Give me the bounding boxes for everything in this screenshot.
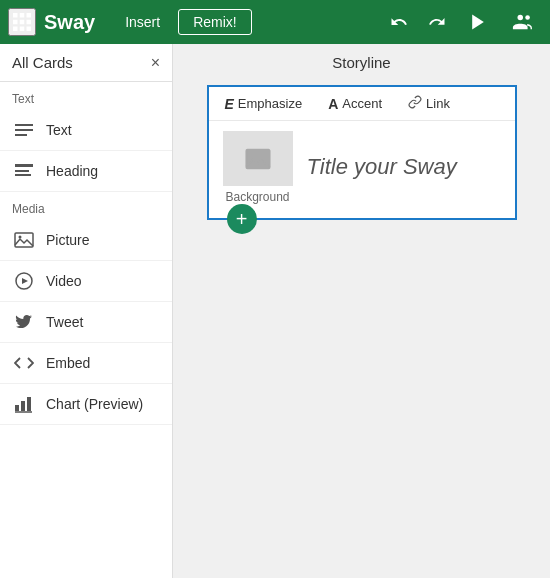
sidebar-header: All Cards × (0, 44, 172, 82)
svg-rect-5 (27, 20, 32, 25)
emphasize-button[interactable]: E Emphasize (221, 94, 307, 114)
sidebar-item-tweet[interactable]: Tweet (0, 302, 172, 343)
accent-button[interactable]: A Accent (324, 94, 386, 114)
sidebar-item-heading[interactable]: Heading (0, 151, 172, 192)
emphasize-e-icon: E (225, 96, 234, 112)
card-background-area: Background (223, 131, 293, 204)
svg-rect-26 (246, 149, 269, 168)
svg-rect-7 (20, 27, 25, 32)
svg-rect-14 (15, 134, 27, 136)
sidebar-item-embed[interactable]: Embed (0, 343, 172, 384)
redo-button[interactable] (422, 9, 452, 35)
sidebar-item-embed-label: Embed (46, 355, 90, 371)
link-label: Link (426, 96, 450, 111)
sidebar-section-media-label: Media (0, 192, 172, 220)
accent-a-icon: A (328, 96, 338, 112)
main-layout: All Cards × Text Text (0, 44, 550, 578)
heading-icon (12, 159, 36, 183)
sidebar-item-tweet-label: Tweet (46, 314, 83, 330)
svg-rect-2 (27, 13, 32, 18)
sidebar-close-button[interactable]: × (151, 55, 160, 71)
svg-rect-22 (15, 405, 19, 411)
tweet-icon (12, 310, 36, 334)
svg-rect-17 (15, 174, 31, 176)
sidebar-item-video[interactable]: Video (0, 261, 172, 302)
svg-rect-1 (20, 13, 25, 18)
top-nav: Sway Insert Remix! (0, 0, 550, 44)
play-button[interactable] (460, 8, 496, 36)
svg-rect-15 (15, 164, 33, 167)
background-label: Background (225, 190, 289, 204)
chart-icon (12, 392, 36, 416)
picture-icon (12, 228, 36, 252)
sidebar-section-text-label: Text (0, 82, 172, 110)
undo-button[interactable] (384, 9, 414, 35)
sidebar-item-chart-label: Chart (Preview) (46, 396, 143, 412)
emphasize-label: Emphasize (238, 96, 302, 111)
link-icon (408, 95, 422, 112)
sidebar-item-text[interactable]: Text (0, 110, 172, 151)
svg-rect-8 (27, 27, 32, 32)
sidebar-item-video-label: Video (46, 273, 82, 289)
grid-icon-button[interactable] (8, 8, 36, 36)
embed-icon (12, 351, 36, 375)
svg-rect-13 (15, 129, 33, 131)
svg-point-27 (252, 154, 256, 158)
svg-rect-3 (13, 20, 18, 25)
sidebar-item-heading-label: Heading (46, 163, 98, 179)
svg-rect-0 (13, 13, 18, 18)
svg-rect-4 (20, 20, 25, 25)
svg-rect-23 (21, 401, 25, 411)
svg-marker-9 (472, 15, 484, 30)
remix-button[interactable]: Remix! (178, 9, 252, 35)
sidebar-item-picture-label: Picture (46, 232, 90, 248)
svg-rect-24 (27, 397, 31, 411)
sidebar-title: All Cards (12, 54, 73, 71)
svg-point-11 (525, 15, 530, 20)
sidebar-item-text-label: Text (46, 122, 72, 138)
app-title: Sway (44, 11, 95, 34)
insert-button[interactable]: Insert (115, 10, 170, 34)
card-body: Background Title your Sway (209, 121, 515, 218)
svg-rect-18 (15, 233, 33, 247)
svg-rect-6 (13, 27, 18, 32)
svg-marker-21 (22, 278, 28, 284)
svg-rect-16 (15, 170, 29, 172)
sidebar-item-chart[interactable]: Chart (Preview) (0, 384, 172, 425)
share-button[interactable] (504, 7, 542, 37)
sidebar-item-picture[interactable]: Picture (0, 220, 172, 261)
add-card-button[interactable]: + (227, 204, 257, 234)
sidebar: All Cards × Text Text (0, 44, 173, 578)
story-card: E Emphasize A Accent Link (207, 85, 517, 220)
card-title-placeholder[interactable]: Title your Sway (307, 153, 457, 182)
text-lines-icon (12, 118, 36, 142)
content-area: Storyline E Emphasize A Accent (173, 44, 550, 578)
storyline-title: Storyline (332, 54, 390, 71)
svg-point-10 (518, 15, 524, 21)
video-icon (12, 269, 36, 293)
link-button[interactable]: Link (404, 93, 454, 114)
background-image-placeholder[interactable] (223, 131, 293, 186)
svg-rect-12 (15, 124, 33, 126)
accent-label: Accent (342, 96, 382, 111)
card-toolbar: E Emphasize A Accent Link (209, 87, 515, 121)
